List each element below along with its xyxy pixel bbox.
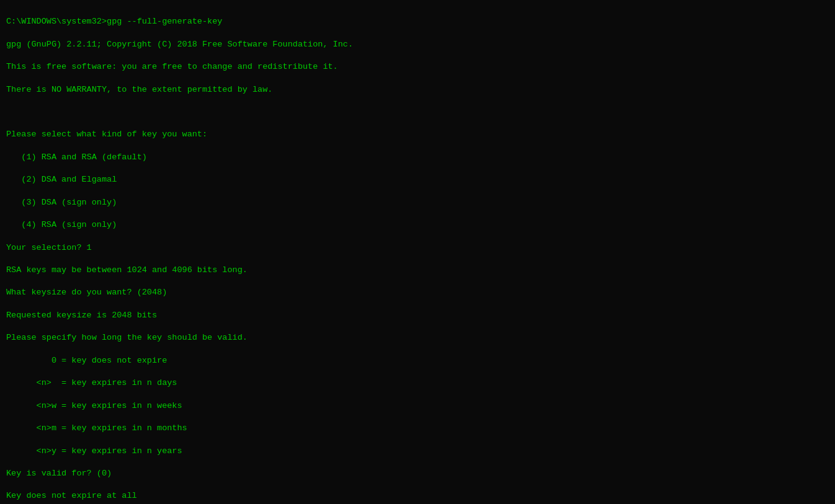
- blank1: [6, 107, 829, 118]
- keysize-question: What keysize do you want? (2048): [6, 287, 829, 298]
- key-valid-for: Key is valid for? (0): [6, 468, 829, 479]
- keysize-response: Requested keysize is 2048 bits: [6, 310, 829, 321]
- opt-dsa-sign: (3) DSA (sign only): [6, 197, 829, 208]
- selection: Your selection? 1: [6, 242, 829, 254]
- opt-dsa-elgamal: (2) DSA and Elgamal: [6, 174, 829, 185]
- warranty-line: There is NO WARRANTY, to the extent perm…: [6, 84, 829, 95]
- valid-weeks: <n>w = key expires in n weeks: [6, 400, 829, 412]
- valid-0: 0 = key does not expire: [6, 355, 829, 366]
- version-line: gpg (GnuPG) 2.2.11; Copyright (C) 2018 F…: [6, 39, 829, 50]
- valid-months: <n>m = key expires in n months: [6, 423, 829, 434]
- opt-rsa-sign: (4) RSA (sign only): [6, 219, 829, 231]
- valid-question: Please specify how long the key should b…: [6, 332, 829, 343]
- opt-rsa-rsa: (1) RSA and RSA (default): [6, 152, 829, 163]
- free-software-line: This is free software: you are free to c…: [6, 61, 829, 73]
- command-line: C:\WINDOWS\system32>gpg --full-generate-…: [6, 16, 829, 27]
- terminal-output: C:\WINDOWS\system32>gpg --full-generate-…: [6, 5, 829, 504]
- valid-days: <n> = key expires in n days: [6, 378, 829, 389]
- valid-years: <n>y = key expires in n years: [6, 446, 829, 457]
- no-expire: Key does not expire at all: [6, 490, 829, 502]
- select-key-type: Please select what kind of key you want:: [6, 129, 829, 140]
- rsa-range: RSA keys may be between 1024 and 4096 bi…: [6, 265, 829, 276]
